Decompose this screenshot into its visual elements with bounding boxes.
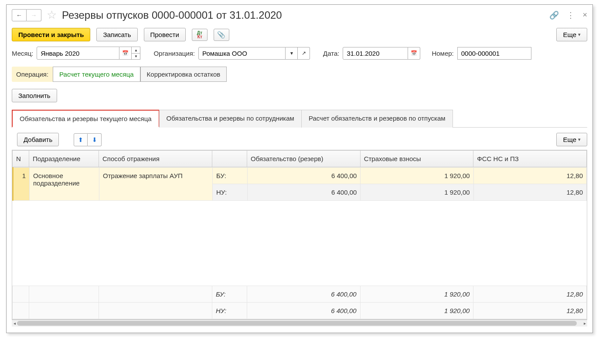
grid-header: N Подразделение Способ отражения Обязате… [12,150,587,167]
col-department[interactable]: Подразделение [29,151,99,167]
main-toolbar: Провести и закрыть Записать Провести ДтК… [7,25,592,44]
save-button[interactable]: Записать [96,28,137,41]
col-insurance[interactable]: Страховые взносы [360,151,473,167]
org-open-icon[interactable]: ↗ [298,47,310,60]
totals-fss-nu: 12,80 [473,303,587,319]
totals-ins-nu: 1 920,00 [360,303,473,319]
col-n[interactable]: N [13,151,29,167]
month-input[interactable] [37,47,119,60]
cell-ins-nu: 1 920,00 [361,184,473,201]
dtkt-icon: ДтКт [197,31,202,39]
totals-obl-nu: 6 400,00 [247,303,361,319]
forward-button[interactable]: → [27,9,41,21]
cell-obl-bu: 6 400,00 [248,168,361,184]
grid-totals: БУ: 6 400,00 1 920,00 12,80 НУ: 6 400,00… [12,286,587,319]
paperclip-icon: 📎 [217,31,225,39]
cell-reflection: Отражение зарплаты АУП [99,168,213,201]
col-fss[interactable]: ФСС НС и ПЗ [473,151,587,167]
month-label: Месяц: [12,50,33,57]
totals-row-bu: БУ: 6 400,00 1 920,00 12,80 [13,286,587,303]
titlebar: ← → ☆ Резервы отпусков 0000-000001 от 31… [7,5,592,25]
date-input[interactable] [343,47,408,60]
kebab-menu-icon[interactable]: ⋮ [567,10,575,20]
dtkt-button[interactable]: ДтКт [192,29,208,41]
number-input[interactable] [457,47,531,60]
col-obligation[interactable]: Обязательство (резерв) [247,151,361,167]
totals-bu-label: БУ: [212,286,247,303]
arrow-up-icon: ⬆ [78,136,83,143]
col-reflection[interactable]: Способ отражения [99,151,212,167]
arrow-down-icon: ⬇ [92,136,97,143]
horizontal-scrollbar[interactable]: ◂ ▸ [12,320,587,327]
operation-adjust-balances[interactable]: Корректировка остатков [140,67,227,82]
table-row[interactable]: 1 Основное подразделение Отражение зарпл… [13,168,587,184]
tab-current-month[interactable]: Обязательства и резервы текущего месяца [12,110,160,128]
org-input[interactable] [198,47,286,60]
document-window: ← → ☆ Резервы отпусков 0000-000001 от 31… [6,4,593,333]
post-button[interactable]: Провести [144,28,186,41]
totals-fss-bu: 12,80 [473,286,587,303]
operation-label: Операция: [12,67,53,81]
tabs: Обязательства и резервы текущего месяца … [12,109,587,128]
org-label: Организация: [153,50,195,57]
cell-fss-nu: 12,80 [473,184,586,201]
grid: N Подразделение Способ отражения Обязате… [12,150,587,320]
calendar-icon[interactable]: 📅 [119,47,132,60]
table-more-button[interactable]: Еще [556,133,587,146]
move-down-button[interactable]: ⬇ [88,133,102,146]
totals-ins-bu: 1 920,00 [360,286,473,303]
totals-obl-bu: 6 400,00 [247,286,361,303]
org-dropdown-icon[interactable]: ▾ [286,47,298,60]
month-spinner[interactable]: ▲▼ [132,47,140,60]
move-up-button[interactable]: ⬆ [74,133,88,146]
cell-bu-label: БУ: [213,168,248,184]
number-label: Номер: [432,50,453,57]
attach-button[interactable]: 📎 [214,29,229,41]
nav-group: ← → [12,9,41,21]
tab-calc-vacations[interactable]: Расчет обязательств и резервов по отпуск… [301,110,453,128]
close-icon[interactable]: × [582,10,587,20]
add-row-button[interactable]: Добавить [17,133,59,146]
back-button[interactable]: ← [12,9,27,21]
totals-row-nu: НУ: 6 400,00 1 920,00 12,80 [13,303,587,319]
post-and-close-button[interactable]: Провести и закрыть [12,28,90,41]
col-kind[interactable] [212,151,247,167]
cell-obl-nu: 6 400,00 [248,184,361,201]
operation-row: Операция: Расчет текущего месяца Коррект… [12,67,227,82]
table-toolbar: Добавить ⬆ ⬇ Еще [7,128,592,150]
more-button[interactable]: Еще [556,28,587,41]
operation-current-month[interactable]: Расчет текущего месяца [53,67,140,82]
cell-fss-bu: 12,80 [473,168,586,184]
form-row-1: Месяц: 📅 ▲▼ Организация: ▾ ↗ Дата: 📅 Ном… [7,44,592,62]
date-label: Дата: [323,50,339,57]
cell-department: Основное подразделение [30,168,99,201]
tab-by-employees[interactable]: Обязательства и резервы по сотрудникам [159,110,302,128]
fill-button[interactable]: Заполнить [12,89,57,102]
date-calendar-icon[interactable]: 📅 [408,47,420,60]
link-icon[interactable]: 🔗 [549,10,559,20]
favorite-star-icon[interactable]: ☆ [45,8,58,22]
cell-ins-bu: 1 920,00 [361,168,473,184]
page-title: Резервы отпусков 0000-000001 от 31.01.20… [62,9,546,21]
cell-nu-label: НУ: [213,184,248,201]
totals-nu-label: НУ: [212,303,247,319]
cell-n: 1 [13,168,30,201]
